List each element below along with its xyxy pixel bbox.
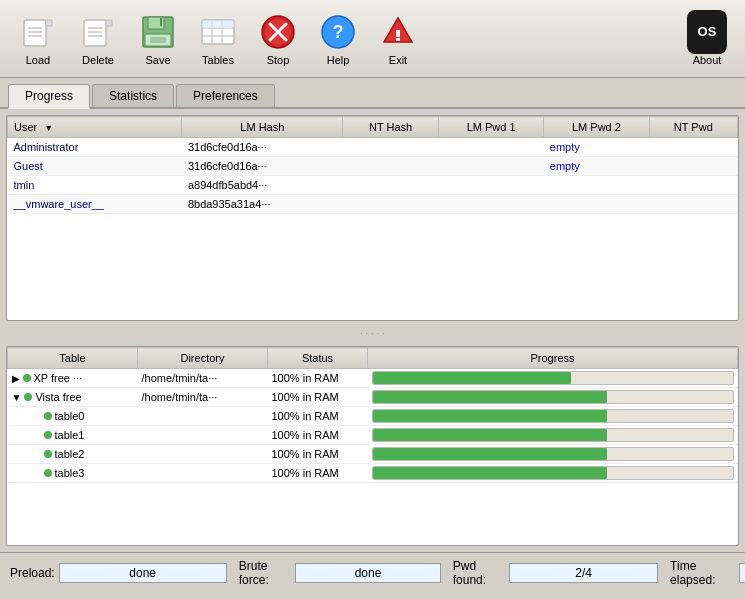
col-user[interactable]: User ▼ <box>8 117 182 138</box>
time-elapsed-field: Time elapsed: <box>670 559 745 587</box>
tables-panel: Table Directory Status Progress ▶XP free… <box>6 346 739 546</box>
table-row[interactable]: table1 100% in RAM <box>8 426 738 445</box>
col-table[interactable]: Table <box>8 348 138 369</box>
toolbar: Load Delete Save <box>0 0 745 78</box>
status-bar: Preload: Brute force: Pwd found: Time el… <box>0 552 745 592</box>
stop-button[interactable]: Stop <box>248 8 308 70</box>
tables-table: Table Directory Status Progress ▶XP free… <box>7 347 738 483</box>
save-button[interactable]: Save <box>128 8 188 70</box>
table-row[interactable]: table3 100% in RAM <box>8 464 738 483</box>
col-directory[interactable]: Directory <box>138 348 268 369</box>
lm-hash-cell: 31d6cfe0d16a··· <box>182 138 343 157</box>
progress-cell <box>368 388 738 407</box>
progress-fill <box>373 372 571 384</box>
progress-bar <box>372 428 734 442</box>
nt-hash-cell <box>343 157 439 176</box>
svg-rect-0 <box>24 20 46 46</box>
progress-fill <box>373 410 607 422</box>
pwd-found-field: Pwd found: <box>453 559 658 587</box>
nt-pwd-cell <box>649 195 737 214</box>
table-name: table1 <box>55 429 85 441</box>
tab-statistics[interactable]: Statistics <box>92 84 174 107</box>
progress-cell <box>368 426 738 445</box>
table-row[interactable]: table2 100% in RAM <box>8 445 738 464</box>
users-table: User ▼ LM Hash NT Hash LM Pwd 1 LM Pwd 2… <box>7 116 738 214</box>
lm-hash-cell: 8bda935a31a4··· <box>182 195 343 214</box>
exit-button[interactable]: Exit <box>368 8 428 70</box>
expand-arrow[interactable]: ▼ <box>12 392 22 403</box>
table-name: table0 <box>55 410 85 422</box>
status-dot <box>44 412 52 420</box>
col-lm-hash[interactable]: LM Hash <box>182 117 343 138</box>
svg-rect-14 <box>160 18 162 26</box>
load-button[interactable]: Load <box>8 8 68 70</box>
status-dot <box>44 469 52 477</box>
progress-cell <box>368 369 738 388</box>
nt-pwd-cell <box>649 176 737 195</box>
table-row[interactable]: __vmware_user__ 8bda935a31a4··· <box>8 195 738 214</box>
lm-pwd2-cell <box>544 176 649 195</box>
col-progress[interactable]: Progress <box>368 348 738 369</box>
about-button[interactable]: OS About <box>677 8 737 70</box>
table-name: table3 <box>55 467 85 479</box>
directory-cell: /home/tmin/ta··· <box>138 388 268 407</box>
tab-progress[interactable]: Progress <box>8 84 90 109</box>
progress-bar <box>372 447 734 461</box>
svg-rect-6 <box>84 20 106 46</box>
progress-fill <box>373 448 607 460</box>
stop-icon <box>260 14 296 50</box>
lm-pwd1-cell <box>438 176 543 195</box>
delete-button[interactable]: Delete <box>68 8 128 70</box>
user-cell: tmin <box>8 176 182 195</box>
table-name-cell: ▶XP free ··· <box>8 369 138 388</box>
table-name-cell: table0 <box>8 407 138 426</box>
table-row[interactable]: ▼Vista free /home/tmin/ta··· 100% in RAM <box>8 388 738 407</box>
about-icon: OS <box>687 10 727 54</box>
drag-handle[interactable]: · · · · · <box>6 327 739 340</box>
brute-force-input[interactable] <box>295 563 440 583</box>
lm-pwd1-cell <box>438 157 543 176</box>
delete-icon <box>80 14 116 50</box>
help-icon: ? <box>320 14 356 50</box>
pwd-found-input[interactable] <box>509 563 658 583</box>
table-row[interactable]: Administrator 31d6cfe0d16a··· empty <box>8 138 738 157</box>
svg-rect-8 <box>106 20 112 26</box>
table-name-cell: table3 <box>8 464 138 483</box>
status-cell: 100% in RAM <box>268 388 368 407</box>
lm-pwd1-cell <box>438 138 543 157</box>
svg-rect-22 <box>202 20 234 28</box>
table-row[interactable]: Guest 31d6cfe0d16a··· empty <box>8 157 738 176</box>
directory-cell <box>138 464 268 483</box>
sort-arrow: ▼ <box>44 123 53 133</box>
user-cell: Guest <box>8 157 182 176</box>
user-cell: Administrator <box>8 138 182 157</box>
svg-rect-16 <box>150 37 166 43</box>
progress-fill <box>373 467 607 479</box>
save-icon <box>140 14 176 50</box>
table-row[interactable]: ▶XP free ··· /home/tmin/ta··· 100% in RA… <box>8 369 738 388</box>
table-row[interactable]: table0 100% in RAM <box>8 407 738 426</box>
col-status[interactable]: Status <box>268 348 368 369</box>
svg-text:?: ? <box>333 22 344 42</box>
col-lm-pwd1[interactable]: LM Pwd 1 <box>438 117 543 138</box>
progress-bar <box>372 466 734 480</box>
help-button[interactable]: ? Help <box>308 8 368 70</box>
progress-bar <box>372 371 734 385</box>
col-nt-hash[interactable]: NT Hash <box>343 117 439 138</box>
svg-rect-30 <box>396 30 400 37</box>
col-nt-pwd[interactable]: NT Pwd <box>649 117 737 138</box>
preload-input[interactable] <box>59 563 227 583</box>
progress-cell <box>368 407 738 426</box>
status-dot <box>23 374 31 382</box>
table-name: table2 <box>55 448 85 460</box>
expand-arrow[interactable]: ▶ <box>12 373 20 384</box>
table-row[interactable]: tmin a894dfb5abd4··· <box>8 176 738 195</box>
table-name: Vista free <box>35 391 81 403</box>
col-lm-pwd2[interactable]: LM Pwd 2 <box>544 117 649 138</box>
time-elapsed-input[interactable] <box>739 563 745 583</box>
tab-preferences[interactable]: Preferences <box>176 84 275 107</box>
progress-fill <box>373 391 607 403</box>
nt-pwd-cell <box>649 138 737 157</box>
tables-button[interactable]: Tables <box>188 8 248 70</box>
progress-bar <box>372 409 734 423</box>
